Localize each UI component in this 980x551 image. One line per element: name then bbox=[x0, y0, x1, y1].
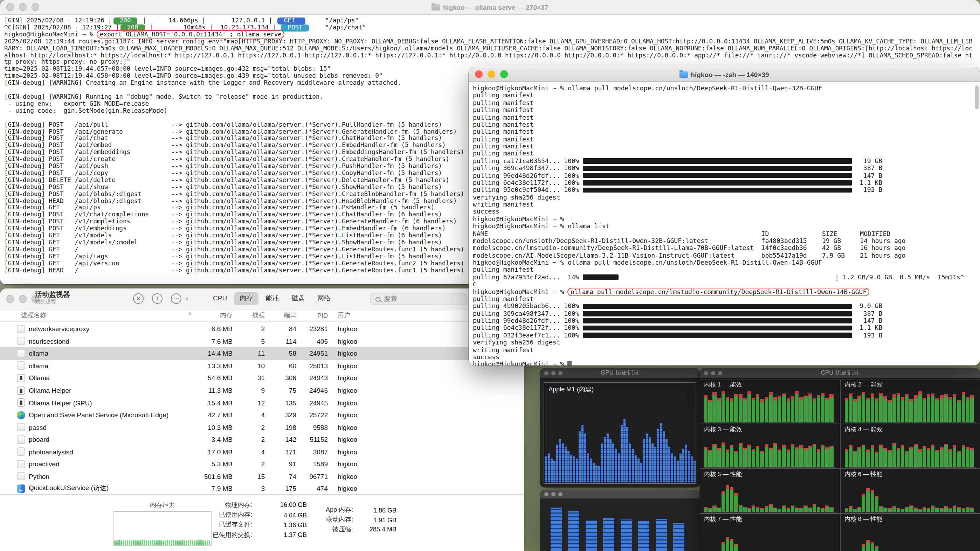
cpu-history-bar bbox=[739, 391, 742, 422]
cpu-history-bar bbox=[940, 391, 943, 422]
minimize-button[interactable] bbox=[551, 371, 555, 375]
cpu-history-bar bbox=[804, 480, 807, 512]
cpu-history-bar bbox=[914, 391, 917, 422]
close-button[interactable] bbox=[544, 492, 549, 496]
table-row[interactable]: Ollama Helper11.3 MB97524946higkoo bbox=[0, 384, 524, 396]
cpu-history-bar bbox=[748, 435, 751, 467]
cpu-window-titlebar[interactable]: CPU 历史记录 bbox=[700, 368, 980, 379]
cpu-history-bar bbox=[760, 435, 764, 467]
cpu-history-bar bbox=[866, 435, 870, 467]
edge-icon bbox=[17, 411, 25, 419]
column-ports[interactable]: 端口 bbox=[265, 311, 296, 320]
tab-disk[interactable]: 磁盘 bbox=[286, 292, 310, 305]
cpu-history-bar bbox=[961, 480, 965, 512]
cpu-history-bar bbox=[726, 391, 729, 422]
table-row[interactable]: Python501.6 MB157496771higkoo bbox=[0, 470, 524, 483]
table-row[interactable]: photoanalysisd17.0 MB41713087higkoo bbox=[0, 446, 524, 458]
tab-network[interactable]: 网络 bbox=[312, 292, 336, 305]
window-title: GPU 历史记录 bbox=[601, 369, 639, 377]
quit-process-icon[interactable]: ✕ bbox=[133, 293, 143, 304]
cpu-history-bar bbox=[804, 435, 807, 467]
table-row[interactable]: Ollama Helper (GPU)15.4 MB1213524945higk… bbox=[0, 397, 524, 409]
search-input[interactable]: 搜索 bbox=[370, 293, 466, 305]
more-options-icon[interactable]: ⋯ bbox=[171, 293, 181, 304]
close-button[interactable] bbox=[704, 371, 708, 375]
process-name: Open and Save Panel Service (Microsoft E… bbox=[29, 411, 169, 419]
close-button[interactable] bbox=[475, 70, 483, 78]
cell-user: higkoo bbox=[328, 362, 384, 370]
close-button[interactable] bbox=[544, 371, 549, 375]
tab-energy[interactable]: 能耗 bbox=[260, 292, 285, 305]
tab-memory[interactable]: 内存 bbox=[234, 292, 258, 305]
zsh-terminal-content[interactable]: higkoo@HigkooMacMini ~ % ollama pull mod… bbox=[469, 82, 980, 365]
terminal-line: pulling manifest bbox=[473, 129, 976, 136]
zsh-titlebar[interactable]: higkoo — -zsh — 140×39 bbox=[469, 67, 980, 82]
minimize-button[interactable] bbox=[488, 70, 495, 78]
tab-cpu[interactable]: CPU bbox=[207, 292, 232, 305]
minimize-button[interactable] bbox=[19, 3, 27, 11]
chevron-down-icon: ∨ bbox=[185, 296, 188, 302]
table-row[interactable]: nsurlsessiond7.6 MB5114405higkoo bbox=[0, 335, 524, 347]
cpu-history-bar bbox=[957, 435, 961, 467]
cpu-history-bar bbox=[756, 525, 760, 551]
scrollbar-thumb[interactable] bbox=[975, 86, 978, 109]
cell-pid: 23281 bbox=[296, 325, 328, 333]
progress-bar bbox=[583, 326, 852, 331]
inspect-process-icon[interactable]: i bbox=[152, 293, 162, 304]
cell-pid: 1589 bbox=[296, 460, 328, 468]
cell-pid: 3087 bbox=[296, 448, 328, 456]
method-badge: GET bbox=[277, 17, 305, 24]
zoom-button[interactable] bbox=[558, 371, 563, 375]
cpu-history-bar bbox=[858, 391, 861, 422]
cpu-history-bar bbox=[778, 525, 781, 551]
cpu-history-bar bbox=[875, 435, 878, 467]
cell-pid: 96771 bbox=[296, 473, 328, 480]
terminal-line: pulling manifest bbox=[473, 150, 976, 157]
cpu-history-bar bbox=[791, 435, 794, 467]
memory-stat-label: 已使用内存: bbox=[175, 510, 252, 519]
cpu-history-bar bbox=[901, 391, 904, 422]
zoom-button[interactable] bbox=[558, 492, 563, 496]
serve-titlebar[interactable]: higkoo — ollama serve — 270×37 bbox=[0, 0, 980, 15]
zoom-button[interactable] bbox=[32, 3, 39, 11]
column-process-name[interactable]: 进程名称 ∧ bbox=[0, 311, 195, 320]
table-row[interactable]: passd10.3 MB21989588higkoo bbox=[0, 421, 524, 433]
table-row[interactable]: ollama14.4 MB115824951higkoo bbox=[0, 347, 524, 359]
cpu-core-panel: 内核 1 — 能效 bbox=[700, 380, 840, 424]
column-pid[interactable]: PID bbox=[296, 312, 328, 319]
cpu-history-bar bbox=[722, 391, 725, 422]
cpu-history-bar bbox=[752, 391, 755, 422]
close-button[interactable] bbox=[6, 295, 14, 303]
zoom-button[interactable] bbox=[718, 371, 722, 375]
table-row[interactable]: Ollama54.6 MB3130624943higkoo bbox=[0, 372, 524, 384]
table-row[interactable]: ollama13.3 MB106025013higkoo bbox=[0, 359, 524, 372]
terminal-line: pulling 6e4c38e1172f... 100% 1.1 KB bbox=[473, 179, 976, 187]
table-row[interactable]: proactived5.3 MB2911589higkoo bbox=[0, 458, 524, 470]
cell-memory: 6.6 MB bbox=[195, 325, 232, 333]
table-row[interactable]: networkserviceproxy6.6 MB28423281higkoo bbox=[0, 323, 524, 335]
cpu-history-bar bbox=[905, 480, 908, 512]
cpu-history-bar bbox=[812, 391, 816, 422]
cpu-core-panel: 内核 8 — 性能 bbox=[840, 514, 980, 551]
ollama-icon bbox=[17, 399, 25, 407]
cpu-history-bar bbox=[739, 480, 742, 512]
zoom-button[interactable] bbox=[500, 70, 508, 78]
table-row[interactable]: QuickLookUIService (访达)7.9 MB3175474higk… bbox=[0, 483, 524, 494]
minimize-button[interactable] bbox=[551, 492, 555, 496]
gpu-window-titlebar[interactable]: GPU 历史记录 bbox=[540, 368, 700, 379]
table-row[interactable]: pboard3.4 MB214251152higkoo bbox=[0, 433, 524, 446]
cpu-usage-titlebar[interactable] bbox=[540, 490, 700, 499]
cell-memory: 13.3 MB bbox=[195, 362, 232, 370]
column-threads[interactable]: 线程 bbox=[232, 311, 265, 320]
column-user[interactable]: 用户 bbox=[328, 311, 384, 320]
cpu-history-bar bbox=[726, 480, 729, 512]
minimize-button[interactable] bbox=[711, 371, 715, 375]
cell-user: higkoo bbox=[328, 460, 384, 468]
close-button[interactable] bbox=[6, 3, 14, 11]
cpu-history-bar bbox=[735, 525, 738, 551]
cpu-history-bar bbox=[858, 525, 861, 551]
column-memory[interactable]: 内存 bbox=[195, 311, 232, 320]
minimize-button[interactable] bbox=[19, 295, 27, 303]
table-row[interactable]: Open and Save Panel Service (Microsoft E… bbox=[0, 409, 524, 421]
cell-ports: 84 bbox=[265, 325, 296, 333]
